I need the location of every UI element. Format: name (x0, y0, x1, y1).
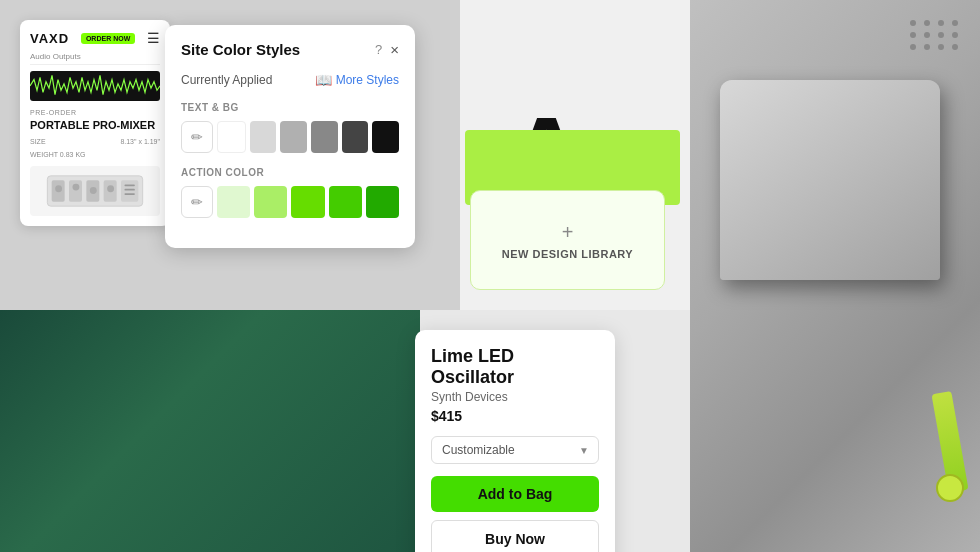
swatch-black[interactable] (372, 121, 399, 153)
panel-title: Site Color Styles (181, 41, 300, 58)
product-brand: Synth Devices (431, 390, 599, 404)
hardware-shape (720, 80, 940, 280)
new-design-library-card[interactable]: + NEW DESIGN LIBRARY (470, 190, 665, 290)
swatch-white[interactable] (217, 121, 246, 153)
vaxd-waveform (30, 71, 160, 101)
library-card-label: NEW DESIGN LIBRARY (502, 248, 633, 260)
vaxd-header: VAXD ORDER NOW ☰ (30, 30, 160, 46)
svg-rect-17 (124, 185, 134, 187)
panel-subheader: Currently Applied 📖 More Styles (181, 72, 399, 88)
svg-rect-19 (124, 193, 134, 195)
synth-hardware-bg (0, 310, 420, 552)
vaxd-weight-label: WEIGHT (30, 151, 58, 158)
vaxd-pre-order-label: PRE-ORDER (30, 109, 160, 116)
svg-point-16 (107, 186, 114, 193)
text-bg-color-row: ✏ (181, 121, 399, 153)
swatch-lightgreen2[interactable] (254, 186, 287, 218)
hardware-dot (924, 32, 930, 38)
hardware-dot (952, 20, 958, 26)
book-icon: 📖 (315, 72, 332, 88)
svg-point-13 (55, 186, 62, 193)
close-icon[interactable]: × (390, 41, 399, 58)
hardware-dots (910, 20, 960, 50)
text-bg-edit-button[interactable]: ✏ (181, 121, 213, 153)
color-styles-panel: Site Color Styles ? × Currently Applied … (165, 25, 415, 248)
vaxd-logo: VAXD (30, 31, 69, 46)
svg-rect-18 (124, 189, 134, 191)
hardware-dot (938, 32, 944, 38)
action-color-edit-button[interactable]: ✏ (181, 186, 213, 218)
help-icon[interactable]: ? (375, 42, 382, 57)
svg-point-15 (90, 187, 97, 194)
swatch-midgray1[interactable] (280, 121, 307, 153)
hardware-dot (924, 44, 930, 50)
pencil-icon: ✏ (191, 194, 203, 210)
product-customizable-wrapper: Customizable ▼ (431, 436, 599, 464)
panel-header: Site Color Styles ? × (181, 41, 399, 58)
vaxd-product-image (30, 166, 160, 216)
svg-point-14 (72, 184, 79, 191)
canvas: Aa VAXD ORDER NOW ☰ Audio Outputs PRE-OR… (0, 0, 980, 552)
vaxd-section-label: Audio Outputs (30, 52, 160, 65)
text-bg-section-label: TEXT & BG (181, 102, 399, 113)
plus-icon: + (562, 221, 574, 244)
swatch-green[interactable] (291, 186, 324, 218)
swatch-lightgray[interactable] (250, 121, 277, 153)
product-card: Lime LED Oscillator Synth Devices $415 C… (415, 330, 615, 552)
vaxd-size-label: SIZE (30, 138, 46, 145)
hardware-dot (910, 32, 916, 38)
hardware-dot (938, 20, 944, 26)
swatch-stronggreen[interactable] (366, 186, 399, 218)
hardware-dot (910, 20, 916, 26)
hardware-dot (910, 44, 916, 50)
vaxd-size-value: 8.13" x 1.19" (120, 138, 160, 145)
swatch-darkgray[interactable] (342, 121, 369, 153)
product-name: Lime LED Oscillator (431, 346, 599, 388)
buy-now-button[interactable]: Buy Now (431, 520, 599, 552)
swatch-midgray2[interactable] (311, 121, 338, 153)
add-to-bag-button[interactable]: Add to Bag (431, 476, 599, 512)
currently-applied-label: Currently Applied (181, 73, 272, 87)
vaxd-details: SIZE 8.13" x 1.19" (30, 138, 160, 145)
vaxd-weight: WEIGHT 0.83 KG (30, 151, 160, 158)
more-styles-button[interactable]: 📖 More Styles (315, 72, 399, 88)
panel-actions: ? × (375, 41, 399, 58)
action-color-section-label: ACTION COLOR (181, 167, 399, 178)
svg-rect-12 (121, 180, 138, 202)
hardware-connector (936, 474, 964, 502)
hardware-dot (952, 32, 958, 38)
pencil-icon: ✏ (191, 129, 203, 145)
vaxd-card: VAXD ORDER NOW ☰ Audio Outputs PRE-ORDER… (20, 20, 170, 226)
vaxd-product-name: PORTABLE PRO-MIXER (30, 119, 160, 132)
swatch-brightgreen[interactable] (329, 186, 362, 218)
vaxd-order-button[interactable]: ORDER NOW (81, 33, 135, 44)
hardware-dot (924, 20, 930, 26)
hardware-dot (938, 44, 944, 50)
hardware-bg (690, 0, 980, 552)
swatch-lightgreen1[interactable] (217, 186, 250, 218)
vaxd-weight-value: 0.83 KG (60, 151, 86, 158)
more-styles-label: More Styles (336, 73, 399, 87)
hamburger-icon[interactable]: ☰ (147, 30, 160, 46)
product-customizable-select[interactable]: Customizable (431, 436, 599, 464)
mixer-svg (43, 171, 147, 211)
product-price: $415 (431, 408, 599, 424)
hardware-dot (952, 44, 958, 50)
svg-rect-9 (69, 180, 82, 202)
action-color-row: ✏ (181, 186, 399, 218)
